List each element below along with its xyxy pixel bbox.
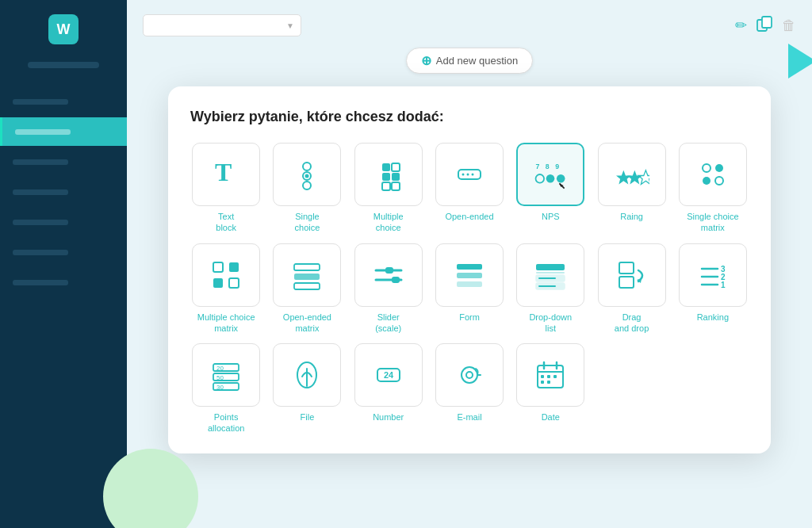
- svg-rect-42: [392, 277, 400, 283]
- question-item-form[interactable]: Form: [434, 243, 505, 335]
- add-question-label: Add new question: [436, 55, 518, 67]
- svg-rect-11: [382, 182, 390, 190]
- question-icon-box-dropdown: [516, 243, 584, 307]
- svg-text:24: 24: [384, 370, 394, 380]
- question-icon-box-slider: [354, 243, 423, 307]
- delete-icon[interactable]: 🗑: [782, 17, 796, 34]
- svg-rect-44: [457, 273, 482, 278]
- svg-point-5: [305, 174, 309, 178]
- question-item-multiple-choice-matrix[interactable]: Multiple choicematrix: [190, 243, 262, 335]
- svg-rect-32: [213, 262, 223, 272]
- svg-rect-45: [457, 281, 482, 287]
- sidebar-item-2[interactable]: [0, 117, 127, 146]
- sidebar-logo[interactable]: W: [48, 14, 79, 44]
- topbar-right: ✏ 🗑: [735, 16, 796, 36]
- sidebar-item-3[interactable]: [0, 147, 127, 176]
- svg-rect-34: [213, 278, 223, 288]
- svg-rect-10: [392, 173, 400, 181]
- question-item-single-choice[interactable]: Singlechoice: [271, 143, 343, 234]
- question-item-rating[interactable]: Raing: [596, 143, 667, 234]
- svg-text:30: 30: [216, 384, 224, 391]
- question-item-open-ended-matrix[interactable]: Open-endedmatrix: [271, 243, 343, 335]
- question-item-date[interactable]: Date: [515, 343, 586, 434]
- question-label-single-choice: Singlechoice: [295, 211, 320, 234]
- question-item-number[interactable]: 24 Number: [353, 343, 424, 434]
- question-item-drag-drop[interactable]: Dragand drop: [596, 243, 667, 335]
- svg-point-14: [462, 174, 464, 176]
- svg-point-6: [303, 182, 311, 189]
- question-item-single-choice-matrix[interactable]: Single choicematrix: [677, 143, 749, 234]
- sidebar-item-bar-1: [13, 99, 68, 105]
- plus-icon: ⊕: [421, 53, 431, 68]
- topbar-left: ▼: [143, 14, 301, 36]
- sidebar-item-6[interactable]: [0, 238, 127, 266]
- question-icon-box-date: [516, 343, 584, 407]
- svg-rect-12: [392, 182, 400, 190]
- svg-point-16: [471, 174, 473, 176]
- sidebar-item-bar-2: [15, 129, 71, 135]
- svg-point-70: [462, 367, 477, 383]
- question-grid: T Textblock Singlech: [190, 143, 749, 434]
- question-item-nps[interactable]: 7 8 9 NPS: [515, 143, 586, 234]
- question-icon-box-ranking: 3 2 1: [679, 243, 747, 307]
- sidebar-item-1[interactable]: [0, 87, 127, 116]
- question-label-points-allocation: Pointsallocation: [208, 411, 244, 434]
- svg-marker-25: [616, 170, 631, 185]
- svg-point-20: [536, 174, 545, 183]
- question-icon-box-file: [273, 343, 341, 407]
- svg-rect-1: [762, 17, 772, 28]
- sidebar-item-7[interactable]: [0, 268, 127, 297]
- question-item-email[interactable]: E-mail: [434, 343, 505, 434]
- question-icon-box-single-choice: [273, 143, 341, 206]
- question-icon-box-drag-drop: [598, 243, 666, 307]
- question-icon-box-points-allocation: 20 50 30: [192, 343, 260, 407]
- content-area: ⊕ Add new question Wybierz pytanie, któr…: [143, 48, 796, 520]
- svg-rect-52: [619, 262, 634, 274]
- svg-text:1: 1: [721, 281, 726, 289]
- question-label-form: Form: [459, 312, 480, 323]
- arrow-decoration: [788, 44, 812, 78]
- svg-rect-47: [536, 272, 565, 274]
- question-item-multiple-choice[interactable]: Multiplechoice: [353, 143, 424, 234]
- question-item-ranking[interactable]: 3 2 1 Ranking: [677, 243, 749, 335]
- question-type-modal: Wybierz pytanie, które chcesz dodać: T T…: [168, 86, 771, 453]
- dropdown-arrow-icon: ▼: [286, 21, 294, 30]
- svg-rect-80: [541, 381, 544, 384]
- survey-dropdown[interactable]: ▼: [143, 14, 301, 36]
- main-content: ▼ ✏ 🗑 ⊕ Add new question Wybierz pytanie…: [127, 0, 812, 528]
- sidebar-search-bar: [28, 62, 99, 68]
- question-label-email: E-mail: [457, 411, 481, 423]
- copy-icon[interactable]: [756, 16, 772, 36]
- question-item-open-ended[interactable]: Open-ended: [434, 143, 505, 234]
- question-icon-box-rating: [598, 143, 666, 206]
- question-item-dropdown[interactable]: Drop-downlist: [515, 243, 586, 335]
- svg-rect-36: [294, 264, 320, 270]
- question-icon-box-multiple-choice: [354, 143, 423, 206]
- sidebar-item-5[interactable]: [0, 208, 127, 236]
- question-icon-box-multiple-choice-matrix: [192, 243, 260, 307]
- svg-point-29: [715, 164, 723, 172]
- question-item-file[interactable]: File: [271, 343, 343, 434]
- svg-point-30: [703, 177, 710, 185]
- svg-marker-27: [638, 170, 649, 185]
- question-label-file: File: [301, 411, 315, 423]
- svg-rect-81: [547, 381, 550, 384]
- svg-point-71: [466, 372, 473, 378]
- question-label-text-block: Textblock: [216, 211, 236, 234]
- svg-rect-77: [541, 375, 544, 378]
- sidebar-item-bar-5: [13, 220, 68, 225]
- sidebar-item-4[interactable]: [0, 178, 127, 206]
- question-label-slider: Slider(scale): [375, 312, 401, 335]
- svg-rect-78: [547, 375, 550, 378]
- svg-point-21: [546, 174, 555, 183]
- question-icon-box-nps: 7 8 9: [516, 143, 584, 206]
- question-item-slider[interactable]: Slider(scale): [353, 243, 424, 335]
- edit-icon[interactable]: ✏: [735, 17, 747, 34]
- question-icon-box-single-choice-matrix: [679, 143, 747, 206]
- svg-point-15: [466, 174, 469, 176]
- question-item-points-allocation[interactable]: 20 50 30 Pointsallocation: [190, 343, 262, 434]
- question-icon-box-open-ended-matrix: [273, 243, 341, 307]
- question-label-date: Date: [542, 411, 560, 423]
- add-question-button[interactable]: ⊕ Add new question: [406, 48, 533, 74]
- question-item-text-block[interactable]: T Textblock: [190, 143, 262, 234]
